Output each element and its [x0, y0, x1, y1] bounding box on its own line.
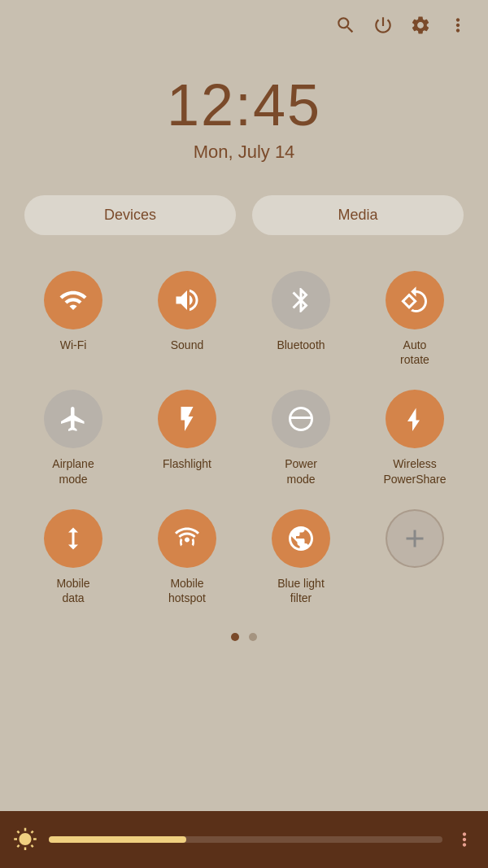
tab-media[interactable]: Media [252, 195, 464, 235]
brightness-slider[interactable] [49, 836, 442, 843]
wifi-button[interactable] [44, 271, 102, 329]
list-item: Autorotate [358, 260, 472, 378]
bluelight-button[interactable] [272, 509, 330, 568]
list-item [358, 498, 472, 617]
wifi-label: Wi-Fi [60, 338, 87, 352]
flashlight-label: Flashlight [163, 456, 211, 471]
autorotate-label: Autorotate [400, 338, 429, 367]
brightness-fill [49, 836, 186, 843]
airplane-button[interactable] [44, 390, 102, 448]
list-item: Flashlight [130, 378, 244, 497]
search-icon[interactable] [335, 15, 356, 39]
flashlight-button[interactable] [158, 390, 216, 448]
list-item: Sound [130, 260, 244, 378]
settings-icon[interactable] [410, 15, 431, 39]
powershare-label: WirelessPowerShare [383, 456, 446, 486]
list-item: Powermode [244, 378, 358, 497]
powermode-button[interactable] [272, 390, 330, 448]
clock-date: Mon, July 14 [0, 142, 488, 163]
add-button[interactable] [386, 509, 444, 568]
list-item: WirelessPowerShare [358, 378, 472, 497]
bottom-bar [0, 811, 488, 868]
list-item: Mobiledata [16, 498, 130, 617]
dot-0 [231, 633, 239, 641]
mobiledata-button[interactable] [44, 509, 102, 568]
hotspot-button[interactable] [158, 509, 216, 568]
clock-time: 12:45 [0, 72, 488, 138]
brightness-icon [13, 827, 37, 852]
pagination-dots [0, 633, 488, 641]
powermode-label: Powermode [285, 456, 317, 486]
power-icon[interactable] [373, 15, 394, 39]
airplane-label: Airplanemode [52, 456, 94, 486]
list-item: Wi-Fi [16, 260, 130, 378]
hotspot-label: Mobilehotspot [168, 576, 206, 605]
clock-section: 12:45 Mon, July 14 [0, 72, 488, 163]
bluetooth-button[interactable] [272, 271, 330, 329]
sound-label: Sound [171, 338, 203, 352]
dot-1 [249, 633, 257, 641]
powershare-button[interactable] [386, 390, 444, 448]
mobiledata-label: Mobiledata [56, 576, 89, 605]
top-bar [0, 0, 488, 39]
bluetooth-label: Bluetooth [277, 338, 325, 352]
bottom-more-icon[interactable] [454, 829, 475, 850]
autorotate-button[interactable] [386, 271, 444, 329]
list-item: Airplanemode [16, 378, 130, 497]
tab-row: Devices Media [0, 195, 488, 235]
sound-button[interactable] [158, 271, 216, 329]
list-item: Mobilehotspot [130, 498, 244, 617]
tab-devices[interactable]: Devices [24, 195, 236, 235]
bluelight-label: Blue lightfilter [277, 576, 325, 605]
list-item: Blue lightfilter [244, 498, 358, 617]
list-item: Bluetooth [244, 260, 358, 378]
more-icon[interactable] [447, 15, 468, 39]
icon-grid: Wi-Fi Sound Bluetooth Autorotate Airplan… [0, 260, 488, 617]
